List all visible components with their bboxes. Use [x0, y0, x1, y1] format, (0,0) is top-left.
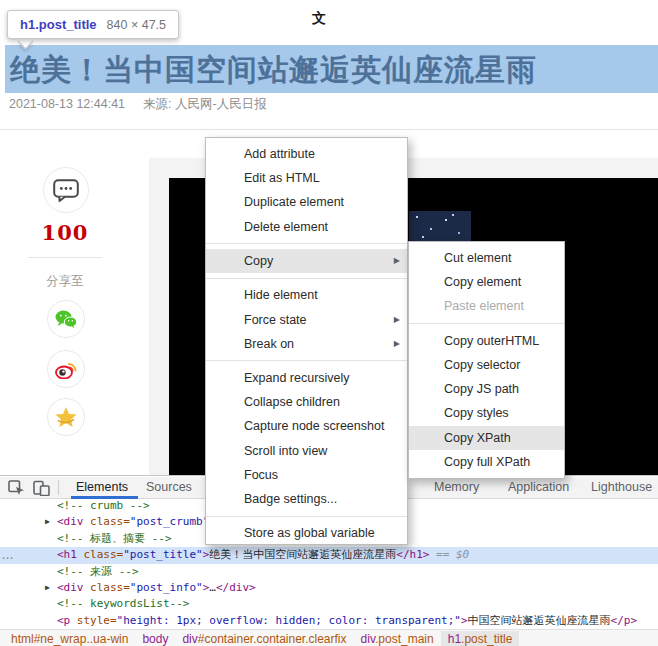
code-segment: style= [70, 614, 116, 627]
menu-item-duplicate-element[interactable]: Duplicate element [206, 190, 407, 214]
menu-separator [206, 278, 407, 279]
code-segment: <!-- crumb --> [57, 499, 150, 512]
screenshot-root: 文 绝美！当中国空间站邂逅英仙座流星雨 2021-08-13 12:44:41来… [0, 0, 658, 646]
breadcrumb-item[interactable]: div#container.container.clearfix [175, 631, 353, 646]
post-meta: 2021-08-13 12:44:41来源: 人民网-人民日报 [9, 96, 267, 113]
share-weibo-button[interactable] [47, 350, 85, 388]
menu-item-focus[interactable]: Focus [206, 463, 407, 487]
menu-item-scroll-into-view[interactable]: Scroll into view [206, 439, 407, 463]
dom-tree-row[interactable]: <!-- keywordsList--> [0, 596, 658, 612]
menu-item-copy-element[interactable]: Copy element [409, 270, 564, 294]
breadcrumb-item[interactable]: html#ne_wrap..ua-win [4, 631, 135, 646]
video-poster-starfield [409, 211, 471, 242]
menu-item-force-state[interactable]: Force state▶ [206, 308, 407, 332]
submenu-arrow-icon: ▶ [394, 249, 400, 273]
dom-tree-row[interactable]: <p style="height: 1px; overflow: hidden;… [0, 613, 658, 629]
share-qzone-button[interactable] [47, 398, 85, 436]
dom-tree-row[interactable]: ▶<div class="post_info">…</div> [0, 580, 658, 596]
submenu-arrow-icon: ▶ [394, 332, 400, 356]
source-text: 来源: 人民网-人民日报 [143, 97, 267, 111]
toolbar-separator [58, 480, 59, 495]
tab-sources[interactable]: Sources [146, 477, 192, 498]
menu-separator [206, 243, 407, 244]
breadcrumb-item[interactable]: h1.post_title [441, 631, 520, 646]
tab-lighthouse[interactable]: Lighthouse [591, 477, 652, 498]
comment-count[interactable]: 100 [0, 220, 130, 245]
code-segment: "post_crumb" [130, 515, 209, 528]
menu-item-copy-outerhtml[interactable]: Copy outerHTML [409, 329, 564, 353]
weibo-icon [55, 359, 77, 379]
code-segment: <div [57, 515, 84, 528]
device-toolbar-icon[interactable] [33, 480, 50, 496]
share-label: 分享至 [0, 273, 130, 290]
code-segment: <!-- 标题、摘要 --> [57, 532, 172, 545]
wechat-icon [55, 310, 77, 328]
menu-item-collapse-children[interactable]: Collapse children [206, 390, 407, 414]
menu-item-copy-selector[interactable]: Copy selector [409, 353, 564, 377]
breadcrumb-item[interactable]: div.post_main [354, 631, 441, 646]
breadcrumb-part: .post_title [461, 632, 512, 646]
menu-item-hide-element[interactable]: Hide element [206, 283, 407, 307]
menu-item-edit-as-html[interactable]: Edit as HTML [206, 166, 407, 190]
dom-tree-row[interactable]: <!-- 来源 --> [0, 564, 658, 580]
divider [0, 129, 658, 130]
tab-application[interactable]: Application [508, 477, 569, 498]
tab-memory[interactable]: Memory [434, 477, 479, 498]
publish-datetime: 2021-08-13 12:44:41 [9, 97, 125, 111]
menu-item-copy-js-path[interactable]: Copy JS path [409, 377, 564, 401]
share-wechat-button[interactable] [47, 300, 85, 338]
menu-item-capture-node-screenshot[interactable]: Capture node screenshot [206, 414, 407, 438]
code-segment: </div> [216, 581, 256, 594]
menu-item-paste-element: Paste element [409, 294, 564, 318]
row-options-ellipsis[interactable]: ... [2, 547, 14, 563]
code-segment: <!-- keywordsList--> [57, 597, 189, 610]
code-segment: == $0 [429, 548, 469, 561]
menu-item-break-on[interactable]: Break on▶ [206, 332, 407, 356]
menu-item-copy-styles[interactable]: Copy styles [409, 401, 564, 425]
code-segment: <h1 [57, 548, 77, 561]
element-context-menu: Add attributeEdit as HTMLDuplicate eleme… [205, 137, 408, 545]
code-segment: <!-- 来源 --> [57, 565, 139, 578]
expand-arrow-icon[interactable]: ▶ [45, 514, 50, 530]
menu-item-store-as-global-variable[interactable]: Store as global variable [206, 521, 407, 545]
comment-bubble-icon [53, 179, 79, 202]
breadcrumb-part: div [361, 632, 375, 646]
code-segment: </p> [611, 614, 638, 627]
comment-button[interactable] [43, 167, 89, 213]
partial-page-text: 文 [312, 10, 326, 28]
inspected-title-highlight: 绝美！当中国空间站邂逅英仙座流星雨 [5, 45, 658, 93]
breadcrumb-part: h1 [448, 632, 461, 646]
menu-item-add-attribute[interactable]: Add attribute [206, 142, 407, 166]
copy-submenu: Cut elementCopy elementPaste elementCopy… [408, 241, 565, 479]
code-segment: </h1> [396, 548, 429, 561]
code-segment: 绝美！当中国空间站邂逅英仙座流星雨 [209, 548, 396, 561]
rail-divider [28, 257, 102, 258]
menu-item-copy-xpath[interactable]: Copy XPath [409, 426, 564, 450]
menu-item-delete-element[interactable]: Delete element [206, 215, 407, 239]
code-segment: <p [57, 614, 70, 627]
code-segment: "height: 1px; overflow: hidden; color: t… [117, 614, 461, 627]
menu-separator [409, 323, 564, 324]
menu-item-expand-recursively[interactable]: Expand recursively [206, 366, 407, 390]
breadcrumb-part: html [11, 632, 34, 646]
menu-item-copy[interactable]: Copy▶ [206, 249, 407, 273]
breadcrumb-item[interactable]: body [135, 631, 175, 646]
expand-arrow-icon[interactable]: ▶ [45, 580, 50, 596]
code-segment: "post_info" [130, 581, 203, 594]
code-segment: "post_title" [123, 548, 202, 561]
breadcrumb-part: #ne_wrap..ua-win [34, 632, 129, 646]
menu-separator [206, 360, 407, 361]
inspect-element-icon[interactable] [8, 480, 25, 496]
tab-elements[interactable]: Elements [76, 477, 128, 498]
code-segment: … [209, 581, 216, 594]
code-segment: <div [57, 581, 84, 594]
menu-item-copy-full-xpath[interactable]: Copy full XPath [409, 450, 564, 474]
code-segment: class= [84, 515, 130, 528]
menu-item-cut-element[interactable]: Cut element [409, 246, 564, 270]
qzone-icon [54, 406, 78, 428]
dom-tree-row[interactable]: ...<h1 class="post_title">绝美！当中国空间站邂逅英仙座… [0, 547, 658, 563]
breadcrumb-part: div [182, 632, 197, 646]
menu-item-badge-settings[interactable]: Badge settings... [206, 487, 407, 511]
page-title: 绝美！当中国空间站邂逅英仙座流星雨 [5, 45, 658, 93]
dom-breadcrumb-bar: html#ne_wrap..ua-winbodydiv#container.co… [0, 629, 658, 646]
